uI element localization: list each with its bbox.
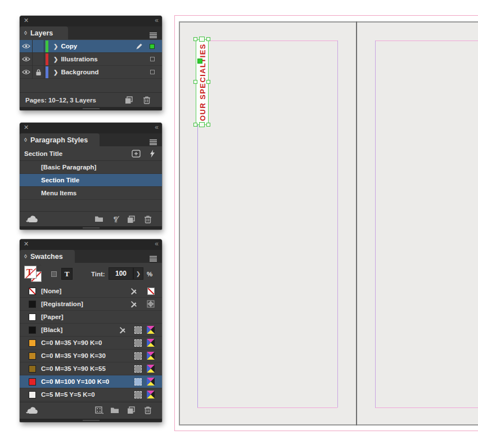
swatch-color — [29, 365, 36, 373]
chevron-right-icon[interactable]: ❯ — [53, 56, 58, 62]
swatch-row-red-selected[interactable]: C=0 M=100 Y=100 K=0 — [20, 375, 162, 388]
clear-overrides-icon[interactable]: ¶ — [114, 215, 119, 223]
affects-text-icon[interactable]: T — [61, 268, 73, 280]
visibility-toggle[interactable] — [20, 43, 32, 49]
swatch-name[interactable]: C=0 M=35 Y=90 K=55 — [41, 365, 106, 372]
frame-handle-mid-left[interactable] — [193, 80, 197, 84]
swatch-row-gold-dark[interactable]: C=0 M=35 Y=90 K=30 — [20, 350, 162, 362]
paragraph-styles-panel[interactable]: ✕ « ◊ Paragraph Styles Section Title [Ba… — [20, 123, 162, 230]
swatch-name[interactable]: [Black] — [41, 326, 62, 333]
swatch-color — [29, 378, 36, 386]
cc-libraries-icon[interactable] — [25, 215, 38, 223]
panel-cycle-icon[interactable]: ◊ — [24, 137, 27, 143]
panel-menu-icon[interactable] — [149, 253, 157, 263]
swatch-name[interactable]: [Registration] — [41, 301, 83, 307]
text-frame-inport[interactable] — [197, 59, 202, 64]
style-row-basic-paragraph[interactable]: [Basic Paragraph] — [20, 161, 162, 174]
new-swatch-icon[interactable] — [127, 406, 135, 414]
swatch-name[interactable]: [Paper] — [41, 313, 64, 320]
selection-proxy-square[interactable] — [150, 57, 155, 61]
visibility-toggle[interactable] — [20, 69, 32, 75]
delete-style-icon[interactable] — [144, 215, 152, 223]
frame-handle-bottom-right[interactable] — [206, 123, 210, 127]
tab-paragraph-styles[interactable]: ◊ Paragraph Styles — [20, 133, 100, 146]
panel-resize-grip[interactable] — [20, 419, 162, 422]
layer-row-background[interactable]: ❯ Background — [20, 66, 162, 79]
lock-toggle[interactable] — [32, 53, 44, 66]
tint-dropdown-icon[interactable]: ❯ — [133, 267, 143, 280]
redefine-style-icon[interactable] — [150, 150, 155, 158]
fill-stroke-proxy[interactable]: T — [24, 265, 43, 284]
eye-icon — [22, 56, 30, 62]
frame-handle-top-center[interactable] — [199, 37, 205, 42]
new-style-icon[interactable] — [127, 216, 135, 223]
panel-cycle-icon[interactable]: ◊ — [24, 30, 27, 36]
swap-fill-stroke-icon[interactable] — [38, 265, 43, 270]
page-spread[interactable] — [179, 21, 478, 425]
style-name[interactable]: Menu Items — [41, 190, 76, 196]
tint-value-field[interactable]: 100 — [109, 267, 133, 280]
swatch-name[interactable]: [None] — [41, 288, 61, 294]
tab-layers[interactable]: ◊ Layers — [20, 26, 68, 39]
chevron-right-icon[interactable]: ❯ — [53, 69, 58, 75]
frame-handle-bottom-center[interactable] — [199, 122, 205, 127]
swatch-name[interactable]: C=0 M=35 Y=90 K=30 — [41, 352, 106, 359]
swatch-name[interactable]: C=0 M=100 Y=100 K=0 — [41, 378, 109, 385]
close-icon[interactable]: ✕ — [24, 17, 29, 24]
margin-guide-bottom-right-page — [375, 407, 478, 408]
swatch-row-olive[interactable]: C=0 M=35 Y=90 K=55 — [20, 362, 162, 375]
tab-swatches[interactable]: ◊ Swatches — [20, 250, 75, 263]
style-name[interactable]: [Basic Paragraph] — [41, 164, 96, 171]
style-group-folder-icon[interactable] — [94, 216, 103, 222]
delete-swatch-icon[interactable] — [144, 406, 152, 414]
layers-panel[interactable]: ✕ « ◊ Layers ❯ Copy ❯ Illustrations — [20, 16, 162, 110]
collapse-panel-icon[interactable]: « — [155, 240, 158, 248]
style-row-menu-items[interactable]: Menu Items — [20, 187, 162, 200]
selection-proxy-square[interactable] — [150, 70, 155, 74]
margin-guide-top-right-page — [375, 41, 478, 41]
swatch-name[interactable]: C=5 M=5 Y=5 K=0 — [41, 391, 95, 398]
panel-menu-icon[interactable] — [149, 137, 157, 147]
swatch-row-gold[interactable]: C=0 M=35 Y=90 K=0 — [20, 337, 162, 350]
selection-proxy-square[interactable] — [150, 44, 155, 49]
swatch-row-registration[interactable]: [Registration] — [20, 298, 162, 311]
panel-resize-grip[interactable] — [20, 226, 162, 230]
swatch-name[interactable]: C=0 M=35 Y=90 K=0 — [41, 339, 102, 346]
frame-handle-top-right[interactable] — [206, 37, 210, 41]
style-row-section-title[interactable]: Section Title — [20, 174, 162, 187]
swatch-row-black[interactable]: [Black] — [20, 324, 162, 337]
chevron-right-icon[interactable]: ❯ — [53, 43, 58, 50]
panel-cycle-icon[interactable]: ◊ — [24, 253, 27, 259]
close-icon[interactable]: ✕ — [24, 240, 29, 248]
panel-menu-icon[interactable] — [149, 30, 157, 40]
new-layer-icon[interactable] — [125, 96, 133, 104]
lock-toggle[interactable] — [32, 40, 44, 53]
swatch-row-none[interactable]: [None] — [20, 285, 162, 298]
layer-name[interactable]: Copy — [61, 43, 77, 50]
close-icon[interactable]: ✕ — [24, 124, 29, 131]
frame-handle-mid-right[interactable] — [206, 80, 210, 84]
lock-icon[interactable] — [32, 66, 44, 79]
collapse-panel-icon[interactable]: « — [155, 16, 158, 24]
affects-container-icon[interactable] — [49, 269, 59, 279]
text-fill-proxy-icon[interactable]: T — [24, 266, 37, 279]
new-color-group-icon[interactable] — [95, 406, 103, 414]
layer-name[interactable]: Illustrations — [61, 56, 97, 62]
cc-libraries-icon[interactable] — [25, 406, 38, 414]
visibility-toggle[interactable] — [20, 56, 32, 62]
create-style-override-icon[interactable] — [132, 150, 141, 158]
panel-resize-grip[interactable] — [20, 107, 162, 110]
layer-row-illustrations[interactable]: ❯ Illustrations — [20, 53, 162, 66]
swatch-row-light-gray[interactable]: C=5 M=5 Y=5 K=0 — [20, 388, 162, 401]
layer-name[interactable]: Background — [61, 69, 98, 75]
frame-handle-bottom-left[interactable] — [193, 123, 197, 127]
delete-layer-icon[interactable] — [143, 96, 151, 104]
style-name[interactable]: Section Title — [41, 177, 79, 183]
swatch-row-paper[interactable]: [Paper] — [20, 311, 162, 324]
frame-handle-top-left[interactable] — [193, 37, 197, 41]
swatches-panel[interactable]: ✕ « ◊ Swatches T T Tint: 100 ❯ — [20, 239, 162, 422]
collapse-panel-icon[interactable]: « — [155, 123, 158, 131]
group-folder-icon[interactable] — [110, 407, 119, 414]
margin-guide-right-left-page — [337, 41, 338, 407]
layer-row-copy[interactable]: ❯ Copy — [20, 40, 162, 53]
